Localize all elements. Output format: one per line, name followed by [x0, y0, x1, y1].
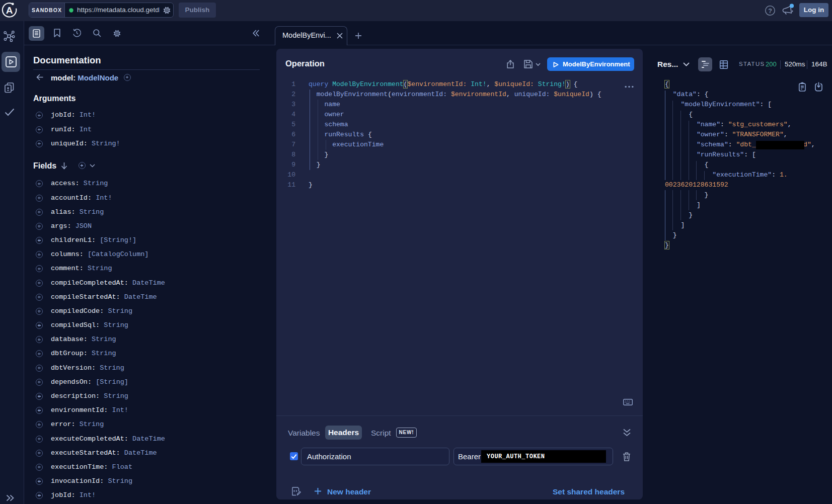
svg-text:A: A	[6, 5, 13, 16]
svg-text:?: ?	[768, 7, 772, 14]
